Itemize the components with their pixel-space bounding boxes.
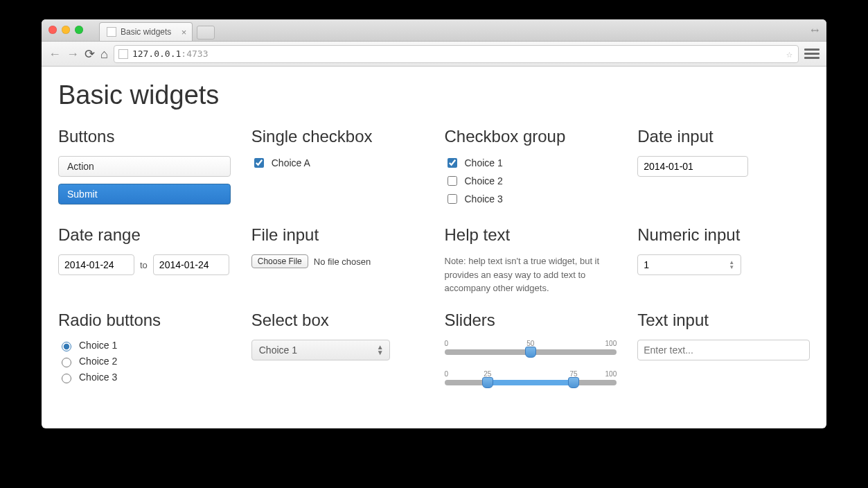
section-date-input: Date input bbox=[637, 127, 810, 210]
browser-window: Basic widgets × ⤢ ← → ⟳ ⌂ 127.0.0.1:4733… bbox=[42, 19, 826, 428]
checkbox-label: Choice 1 bbox=[465, 157, 503, 168]
section-checkbox-group: Checkbox group Choice 1 Choice 2 Choice … bbox=[445, 127, 617, 210]
expand-window-icon[interactable]: ⤢ bbox=[808, 24, 822, 37]
new-tab-button[interactable] bbox=[197, 26, 215, 40]
radio-input[interactable] bbox=[62, 358, 71, 367]
slider-handle-low[interactable] bbox=[482, 377, 493, 388]
menu-button[interactable] bbox=[804, 49, 820, 59]
section-heading: Text input bbox=[637, 311, 810, 330]
checkbox-choice-a[interactable]: Choice A bbox=[251, 156, 424, 170]
page-content: Basic widgets Buttons Action Submit Sing… bbox=[42, 67, 826, 428]
slider-max-label: 100 bbox=[605, 340, 617, 347]
minimize-window-icon[interactable] bbox=[62, 26, 70, 34]
section-buttons: Buttons Action Submit bbox=[58, 127, 231, 210]
checkbox-choice-2[interactable]: Choice 2 bbox=[445, 174, 617, 188]
section-heading: Buttons bbox=[58, 127, 231, 146]
section-sliders: Sliders 0 50 100 0 bbox=[445, 311, 617, 401]
slider-max-label: 100 bbox=[605, 370, 617, 378]
slider-handle-high[interactable] bbox=[568, 377, 579, 388]
text-input[interactable] bbox=[637, 340, 810, 360]
section-heading: Sliders bbox=[445, 311, 617, 330]
help-text-body: Note: help text isn't a true widget, but… bbox=[445, 254, 617, 295]
checkbox-input[interactable] bbox=[254, 158, 264, 168]
chevron-updown-icon: ▲▼ bbox=[377, 345, 384, 356]
section-text-input: Text input bbox=[637, 311, 810, 401]
slider-track[interactable] bbox=[445, 380, 617, 385]
slider-handle[interactable] bbox=[525, 347, 536, 358]
radio-choice-1[interactable]: Choice 1 bbox=[58, 340, 231, 351]
radio-input[interactable] bbox=[62, 374, 71, 383]
checkbox-label: Choice 3 bbox=[465, 193, 503, 204]
section-heading: Numeric input bbox=[637, 225, 810, 245]
section-heading: Checkbox group bbox=[445, 127, 617, 146]
section-date-range: Date range to bbox=[58, 225, 231, 295]
slider-track[interactable] bbox=[445, 349, 617, 355]
slider-fill bbox=[488, 380, 574, 385]
section-help-text: Help text Note: help text isn't a true w… bbox=[445, 225, 617, 295]
back-button[interactable]: ← bbox=[48, 48, 61, 60]
section-radio-buttons: Radio buttons Choice 1 Choice 2 Choice 3 bbox=[58, 311, 231, 401]
forward-button[interactable]: → bbox=[67, 48, 79, 60]
date-range-to-label: to bbox=[140, 260, 148, 270]
section-numeric-input: Numeric input ▲▼ bbox=[637, 225, 810, 295]
browser-tabstrip: Basic widgets × ⤢ bbox=[42, 19, 826, 42]
date-range-from[interactable] bbox=[58, 254, 134, 275]
radio-choice-3[interactable]: Choice 3 bbox=[58, 372, 231, 383]
close-window-icon[interactable] bbox=[48, 26, 57, 34]
radio-label: Choice 3 bbox=[79, 372, 117, 383]
radio-label: Choice 1 bbox=[79, 340, 117, 351]
maximize-window-icon[interactable] bbox=[75, 26, 83, 34]
numeric-input[interactable] bbox=[637, 254, 741, 275]
window-controls bbox=[48, 26, 83, 34]
reload-button[interactable]: ⟳ bbox=[85, 48, 95, 60]
select-value: Choice 1 bbox=[259, 345, 297, 356]
checkbox-choice-3[interactable]: Choice 3 bbox=[445, 192, 617, 206]
numeric-stepper[interactable]: ▲▼ bbox=[729, 260, 734, 270]
select-box[interactable]: Choice 1 ▲▼ bbox=[251, 340, 390, 360]
checkbox-label: Choice 2 bbox=[465, 175, 503, 186]
file-status-label: No file chosen bbox=[314, 256, 371, 267]
radio-input[interactable] bbox=[62, 342, 71, 351]
home-button[interactable]: ⌂ bbox=[100, 48, 108, 60]
choose-file-button[interactable]: Choose File bbox=[251, 254, 308, 268]
slider-range[interactable]: 0 25 75 100 bbox=[445, 370, 617, 385]
radio-choice-2[interactable]: Choice 2 bbox=[58, 356, 231, 367]
section-heading: Help text bbox=[445, 225, 617, 245]
checkbox-choice-1[interactable]: Choice 1 bbox=[445, 156, 617, 170]
page-icon bbox=[118, 49, 128, 59]
browser-tab[interactable]: Basic widgets × bbox=[99, 22, 193, 41]
checkbox-input[interactable] bbox=[448, 176, 457, 186]
section-heading: Date range bbox=[58, 225, 231, 245]
slider-single[interactable]: 0 50 100 bbox=[445, 340, 617, 355]
date-input[interactable] bbox=[637, 156, 748, 177]
page-title: Basic widgets bbox=[58, 80, 810, 110]
section-heading: Radio buttons bbox=[58, 311, 231, 330]
section-heading: Single checkbox bbox=[251, 127, 424, 146]
checkbox-label: Choice A bbox=[272, 157, 310, 168]
browser-toolbar: ← → ⟳ ⌂ 127.0.0.1:4733 ☆ bbox=[42, 42, 826, 67]
section-heading: Date input bbox=[637, 127, 810, 146]
slider-min-label: 0 bbox=[445, 340, 449, 347]
page-icon bbox=[107, 27, 116, 37]
url-host: 127.0.0.1 bbox=[132, 49, 181, 59]
slider-min-label: 0 bbox=[445, 370, 449, 378]
section-single-checkbox: Single checkbox Choice A bbox=[251, 127, 424, 210]
submit-button[interactable]: Submit bbox=[58, 184, 231, 204]
bookmark-star-icon[interactable]: ☆ bbox=[786, 48, 792, 60]
action-button[interactable]: Action bbox=[58, 156, 231, 177]
date-range-to[interactable] bbox=[153, 254, 229, 275]
close-tab-icon[interactable]: × bbox=[181, 27, 187, 37]
url-bar[interactable]: 127.0.0.1:4733 ☆ bbox=[114, 45, 799, 63]
radio-label: Choice 2 bbox=[79, 356, 117, 367]
section-select-box: Select box Choice 1 ▲▼ bbox=[251, 311, 424, 401]
url-port: :4733 bbox=[181, 49, 208, 59]
section-heading: File input bbox=[251, 225, 424, 245]
section-heading: Select box bbox=[251, 311, 424, 330]
checkbox-input[interactable] bbox=[448, 158, 457, 168]
checkbox-input[interactable] bbox=[448, 194, 457, 204]
tab-title: Basic widgets bbox=[121, 27, 171, 37]
section-file-input: File input Choose File No file chosen bbox=[251, 225, 424, 295]
